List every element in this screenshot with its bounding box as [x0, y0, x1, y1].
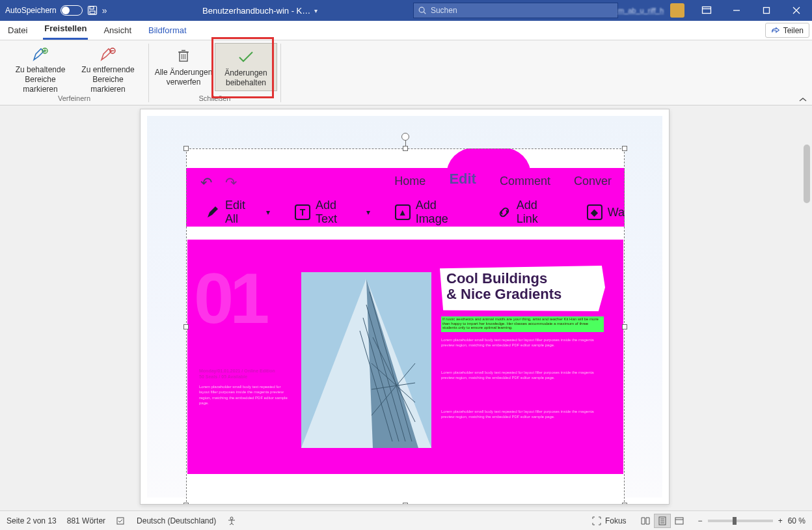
- resize-handle-l[interactable]: [183, 324, 189, 329]
- embedded-tab-home: Home: [394, 174, 426, 191]
- heading-text: Cool Buildings & Nice Gradients: [446, 271, 562, 302]
- embedded-toolbar: Edit All▾ T Add Text▾ ▲ Add Image Add Li…: [186, 198, 625, 227]
- view-print-icon[interactable]: [654, 514, 671, 528]
- share-icon: [771, 26, 780, 35]
- language[interactable]: Deutsch (Deutschland): [137, 516, 216, 525]
- keep-changes-button[interactable]: Änderungen beibehalten: [215, 43, 277, 91]
- big-number: 01: [194, 266, 265, 330]
- embedded-tab-comment: Comment: [500, 174, 550, 191]
- tool-edit-all-label: Edit All: [225, 199, 261, 226]
- status-bar: Seite 2 von 13 881 Wörter Deutsch (Deuts…: [0, 510, 812, 530]
- ribbon-collapse-icon[interactable]: [799, 97, 807, 102]
- embedded-screenshot: ↶ ↷ Home Edit Comment Conver Edit All▾: [186, 148, 625, 505]
- word-count[interactable]: 881 Wörter: [67, 516, 105, 525]
- save-icon[interactable]: [87, 5, 98, 16]
- tool-edit-all: Edit All▾: [206, 199, 270, 226]
- ribbon: Zu behaltende Bereiche markieren Zu entf…: [0, 40, 812, 105]
- resize-handle-br[interactable]: [622, 503, 627, 505]
- window-minimize-icon[interactable]: [722, 0, 751, 21]
- scrollbar-thumb[interactable]: [804, 145, 810, 203]
- ribbon-tabs: Datei Freistellen Ansicht Bildformat Tei…: [0, 21, 812, 40]
- search-icon: [418, 6, 427, 15]
- svg-rect-2: [90, 11, 95, 14]
- highlight-strip: If rustic aesthetics and animal motifs a…: [441, 316, 604, 332]
- zoom-percent[interactable]: 60 %: [788, 516, 805, 525]
- pencil-plus-icon: [31, 47, 49, 63]
- share-button[interactable]: Teilen: [765, 23, 809, 38]
- checkmark-icon: [237, 48, 255, 66]
- tool-watermark-label: Wa: [608, 206, 625, 219]
- heading-line2: & Nice Gradients: [446, 286, 562, 302]
- right-para-2: Lorem placeholder small body text repeat…: [441, 370, 604, 402]
- document-title: Benutzerhandbuch-win - K…: [202, 6, 310, 16]
- left-body-text: Lorem placeholder small body text repeat…: [199, 384, 290, 406]
- mark-remove-button[interactable]: Zu entfernende Bereiche markieren: [74, 43, 142, 91]
- trash-icon: [176, 47, 191, 65]
- page-number[interactable]: Seite 2 von 13: [7, 516, 57, 525]
- zoom-slider-thumb[interactable]: [733, 517, 737, 525]
- svg-rect-39: [675, 518, 683, 524]
- embedded-page-body: 01 Monday/01.01.2021 / Online Edition 50…: [187, 240, 623, 474]
- view-web-icon[interactable]: [671, 514, 688, 528]
- title-dropdown-icon[interactable]: ▾: [314, 7, 318, 14]
- resize-handle-r[interactable]: [622, 324, 627, 329]
- view-mode-group: [637, 514, 688, 528]
- zoom-control: − + 60 %: [698, 516, 805, 525]
- resize-handle-bl[interactable]: [183, 503, 189, 505]
- svg-rect-8: [764, 8, 770, 14]
- svg-point-3: [419, 7, 424, 12]
- user-name[interactable]: m_ab_u_riff_h: [618, 7, 664, 14]
- focus-mode[interactable]: Fokus: [592, 516, 627, 525]
- watermark-icon: ◆: [587, 204, 602, 220]
- image-icon: ▲: [395, 204, 411, 220]
- rotate-handle[interactable]: [401, 133, 409, 141]
- link-icon: [497, 205, 511, 219]
- heading-line1: Cool Buildings: [446, 270, 547, 286]
- user-avatar[interactable]: [670, 3, 684, 18]
- embedded-topbar: ↶ ↷ Home Edit Comment Conver: [186, 168, 625, 198]
- window-maximize-icon[interactable]: [752, 0, 781, 21]
- tool-add-link: Add Link: [497, 199, 562, 226]
- svg-rect-33: [117, 518, 124, 524]
- zoom-in-button[interactable]: +: [778, 516, 783, 525]
- search-box[interactable]: Suchen: [413, 3, 618, 18]
- tab-datei[interactable]: Datei: [7, 22, 29, 40]
- tab-bildformat[interactable]: Bildformat: [147, 22, 188, 40]
- view-read-icon[interactable]: [637, 514, 654, 528]
- tab-freistellen[interactable]: Freistellen: [43, 20, 88, 40]
- mark-keep-button[interactable]: Zu behaltende Bereiche markieren: [7, 43, 74, 91]
- document-area[interactable]: ↶ ↷ Home Edit Comment Conver Edit All▾: [0, 105, 812, 510]
- focus-icon: [592, 516, 601, 525]
- svg-rect-1: [90, 7, 94, 9]
- resize-handle-tl[interactable]: [183, 146, 189, 151]
- left-meta: Monday/01.01.2021 / Online Edition 50 Se…: [199, 369, 290, 380]
- svg-line-4: [424, 12, 426, 14]
- accessibility-icon[interactable]: [226, 516, 237, 526]
- tool-add-text-label: Add Text: [316, 199, 361, 226]
- resize-handle-tr[interactable]: [622, 146, 627, 151]
- vertical-scrollbar[interactable]: [800, 105, 812, 510]
- autosave-toggle[interactable]: [61, 5, 83, 16]
- discard-changes-label: Alle Änderungen verwerfen: [155, 68, 213, 87]
- resize-handle-t[interactable]: [403, 146, 408, 151]
- window-close-icon[interactable]: [782, 0, 811, 21]
- building-image: [301, 272, 431, 448]
- tool-add-text: T Add Text▾: [295, 199, 370, 226]
- embedded-tab-edit: Edit: [449, 171, 476, 188]
- zoom-slider[interactable]: [708, 520, 773, 522]
- tool-add-image-label: Add Image: [416, 199, 472, 226]
- pencil-minus-icon: [99, 47, 117, 63]
- discard-changes-button[interactable]: Alle Änderungen verwerfen: [152, 43, 215, 91]
- embedded-tab-convert: Conver: [574, 174, 612, 191]
- zoom-out-button[interactable]: −: [698, 516, 703, 525]
- keep-changes-label: Änderungen beibehalten: [224, 68, 267, 88]
- tool-watermark: ◆ Wa: [587, 204, 625, 220]
- spellcheck-icon[interactable]: [116, 516, 126, 526]
- tool-add-link-label: Add Link: [517, 199, 562, 226]
- resize-handle-b[interactable]: [403, 503, 408, 505]
- qat-overflow-icon[interactable]: »: [102, 5, 107, 16]
- mark-keep-label: Zu behaltende Bereiche markieren: [7, 65, 74, 94]
- ribbon-display-options-icon[interactable]: [692, 0, 721, 21]
- tab-ansicht[interactable]: Ansicht: [102, 22, 133, 40]
- selected-image[interactable]: ↶ ↷ Home Edit Comment Conver Edit All▾: [186, 148, 625, 505]
